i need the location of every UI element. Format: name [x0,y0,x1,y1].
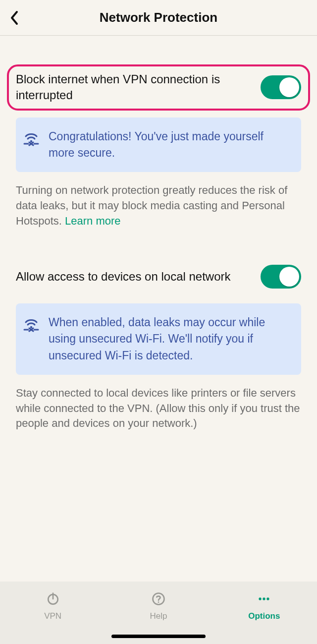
setting-block-internet-toggle[interactable] [261,75,301,99]
setting-block-internet-row: Block internet when VPN connection is in… [7,64,310,111]
block-internet-description: Turning on network protection greatly re… [16,183,301,229]
block-internet-banner-text: Congratulations! You've just made yourse… [49,128,291,162]
home-indicator[interactable] [111,635,206,638]
tab-help-label: Help [150,611,167,621]
setting-local-network-label: Allow access to devices on local network [16,269,251,285]
svg-point-16 [267,597,269,600]
chevron-left-icon [10,10,19,25]
page-title: Network Protection [100,10,217,25]
tab-help[interactable]: Help [106,590,211,621]
toggle-knob [279,77,299,97]
tab-options[interactable]: Options [212,590,317,621]
tab-bar: VPN Help Options [0,582,317,644]
local-network-banner: When enabled, data leaks may occur while… [16,303,301,375]
wifi-blocked-icon [23,128,40,148]
block-internet-banner: Congratulations! You've just made yourse… [16,117,301,173]
local-network-description: Stay connected to local devices like pri… [16,386,301,431]
svg-point-0 [30,140,32,142]
tab-vpn[interactable]: VPN [0,590,105,621]
help-icon [150,590,167,607]
svg-point-5 [30,326,32,328]
setting-block-internet-label: Block internet when VPN connection is in… [16,71,251,104]
svg-point-15 [263,597,265,600]
svg-point-13 [158,601,159,603]
learn-more-link[interactable]: Learn more [65,215,121,227]
local-network-banner-text: When enabled, data leaks may occur while… [49,314,291,364]
toggle-knob [279,267,299,287]
svg-point-14 [259,597,262,600]
power-icon [45,590,61,607]
block-internet-desc-text: Turning on network protection greatly re… [16,184,287,227]
header-bar: Network Protection [0,0,317,36]
back-button[interactable] [5,0,24,35]
wifi-blocked-icon [23,314,40,334]
more-icon [256,590,272,607]
tab-options-label: Options [248,611,280,621]
setting-local-network-row: Allow access to devices on local network [16,265,301,289]
tab-vpn-label: VPN [44,611,61,621]
setting-local-network-toggle[interactable] [261,265,301,289]
